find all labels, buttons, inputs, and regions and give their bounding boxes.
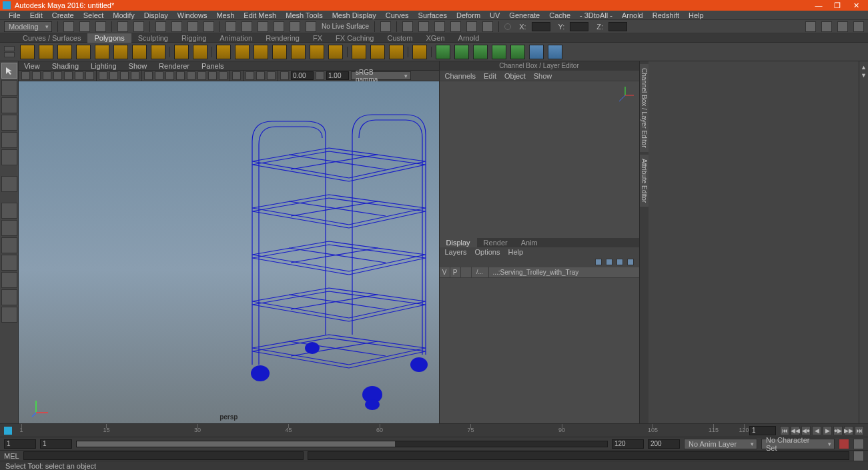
layer-name[interactable]: ...:Serving_Trolley_with_Tray (489, 269, 579, 276)
layout-persp-graph-icon[interactable] (1, 255, 17, 271)
minimize-button[interactable]: — (809, 1, 828, 9)
anim-prefs-icon[interactable] (853, 439, 864, 449)
gamma-field[interactable]: 1.00 (326, 71, 349, 80)
layout-hypershade-icon[interactable] (1, 272, 17, 288)
anim-layer-dropdown[interactable]: No Anim Layer (684, 439, 757, 449)
render-frame-icon[interactable] (402, 21, 413, 32)
menu-surfaces[interactable]: Surfaces (414, 11, 452, 19)
play-backward-icon[interactable]: ◀ (812, 426, 821, 435)
menu-create[interactable]: Create (47, 11, 79, 19)
layout-outliner-icon[interactable] (1, 237, 17, 253)
wireframe-object[interactable] (232, 101, 439, 415)
ui-element-toggle-3-icon[interactable] (837, 21, 848, 32)
viewport[interactable]: persp (19, 81, 439, 423)
snap-grid-icon[interactable] (226, 21, 236, 32)
select-mode-3-icon[interactable] (187, 21, 198, 32)
layout-four-icon[interactable] (1, 220, 17, 236)
select-mode-icon[interactable] (155, 21, 166, 32)
menu-cache[interactable]: Cache (544, 11, 575, 19)
hypershade-icon[interactable] (466, 21, 477, 32)
panel-menu-panels[interactable]: Panels (200, 62, 226, 70)
channels-menu-edit[interactable]: Edit (484, 72, 496, 80)
select-tool-icon[interactable] (1, 63, 17, 79)
motion-blur-icon[interactable] (208, 71, 217, 80)
snap-toggle-icon[interactable] (306, 21, 316, 32)
current-frame-field[interactable]: 1 (749, 426, 776, 435)
vtab-channel-box[interactable]: Channel Box / Layer Editor (640, 64, 648, 152)
xray-joints-icon[interactable] (256, 71, 265, 80)
menu-arnold[interactable]: Arnold (617, 11, 648, 19)
go-to-end-icon[interactable]: ⏭ (855, 426, 864, 435)
y-field[interactable] (570, 22, 588, 31)
select-mode-4-icon[interactable] (203, 21, 214, 32)
bool-difference-icon[interactable] (454, 45, 469, 59)
panel-menu-show[interactable]: Show (127, 62, 149, 70)
select-camera-icon[interactable] (21, 71, 30, 80)
character-set-dropdown[interactable]: No Character Set (761, 439, 835, 449)
step-forward-icon[interactable]: ●▶ (833, 426, 843, 435)
range-end-inner-field[interactable]: 120 (612, 439, 644, 449)
poly-disc-icon[interactable] (132, 45, 147, 59)
snap-point-icon[interactable] (258, 21, 268, 32)
layer-list[interactable]: V P /... ...:Serving_Trolley_with_Tray (440, 267, 639, 424)
shelf-nav-down-icon[interactable] (4, 52, 15, 57)
maximize-button[interactable]: ❐ (828, 1, 847, 10)
layer-menu-options[interactable]: Options (475, 248, 500, 256)
shelf-tab-animation[interactable]: Animation (213, 33, 259, 43)
range-slider[interactable] (76, 441, 608, 447)
film-gate-icon[interactable] (109, 71, 118, 80)
absolute-transform-toggle[interactable] (504, 23, 511, 30)
grease-pencil-icon[interactable] (85, 71, 94, 80)
bevel-icon[interactable] (291, 45, 306, 59)
aa-icon[interactable] (219, 71, 228, 80)
menu-edit-mesh[interactable]: Edit Mesh (239, 11, 281, 19)
rotate-tool-icon[interactable] (1, 132, 17, 148)
layer-menu-help[interactable]: Help (508, 248, 523, 256)
script-editor-icon[interactable] (853, 451, 864, 461)
menu-curves[interactable]: Curves (381, 11, 414, 19)
poly-svg-icon[interactable] (193, 45, 207, 59)
color-space-dropdown[interactable]: sRGB gamma (351, 71, 411, 80)
construction-history-icon[interactable] (380, 21, 391, 32)
layer-tab-anim[interactable]: Anim (514, 238, 544, 247)
lock-camera-icon[interactable] (32, 71, 41, 80)
maya-home-icon[interactable] (3, 425, 13, 436)
poly-cylinder-icon[interactable] (57, 45, 72, 59)
shelf-tab-polygons[interactable]: Polygons (87, 33, 131, 43)
time-ruler[interactable]: 1153045607590105115120 (21, 424, 744, 437)
layer-visibility-toggle[interactable]: V (440, 267, 450, 277)
redo-icon[interactable] (133, 21, 144, 32)
2d-pan-icon[interactable] (75, 71, 83, 80)
poly-type-icon[interactable] (174, 45, 189, 59)
poly-plane-icon[interactable] (113, 45, 128, 59)
resolution-gate-icon[interactable] (120, 71, 129, 80)
ao-icon[interactable] (197, 71, 206, 80)
lasso-tool-icon[interactable] (1, 80, 17, 96)
range-handle[interactable] (77, 441, 395, 447)
use-lights-icon[interactable] (176, 71, 185, 80)
menu-3dtoall[interactable]: - 3DtoAll - (575, 11, 617, 19)
shadows-icon[interactable] (187, 71, 195, 80)
select-mode-2-icon[interactable] (171, 21, 182, 32)
layout-single-icon[interactable] (1, 203, 17, 219)
new-layer-from-selected-icon[interactable] (627, 259, 634, 265)
layer-item[interactable]: V P /... ...:Serving_Trolley_with_Tray (440, 267, 639, 278)
bool-intersection-icon[interactable] (473, 45, 488, 59)
multi-cut-icon[interactable] (352, 45, 366, 59)
shelf-nav-up-icon[interactable] (4, 46, 15, 51)
layer-tab-render[interactable]: Render (477, 238, 514, 247)
ipr-icon[interactable] (418, 21, 429, 32)
menu-mesh-display[interactable]: Mesh Display (328, 11, 381, 19)
layer-display-type-toggle[interactable] (461, 267, 472, 277)
menu-edit[interactable]: Edit (25, 11, 47, 19)
wireframe-icon[interactable] (144, 71, 153, 80)
shelf-tab-curves-surfaces[interactable]: Curves / Surfaces (16, 33, 87, 43)
shelf-tab-fx[interactable]: FX (306, 33, 329, 43)
layer-color-swatch[interactable]: /... (472, 267, 489, 277)
new-empty-layer-icon[interactable] (616, 259, 623, 265)
menu-mesh-tools[interactable]: Mesh Tools (281, 11, 327, 19)
vtab-attribute-editor[interactable]: Attribute Editor (640, 155, 648, 207)
separate-icon[interactable] (235, 45, 250, 59)
command-language-label[interactable]: MEL (4, 452, 19, 460)
z-field[interactable] (608, 22, 627, 31)
